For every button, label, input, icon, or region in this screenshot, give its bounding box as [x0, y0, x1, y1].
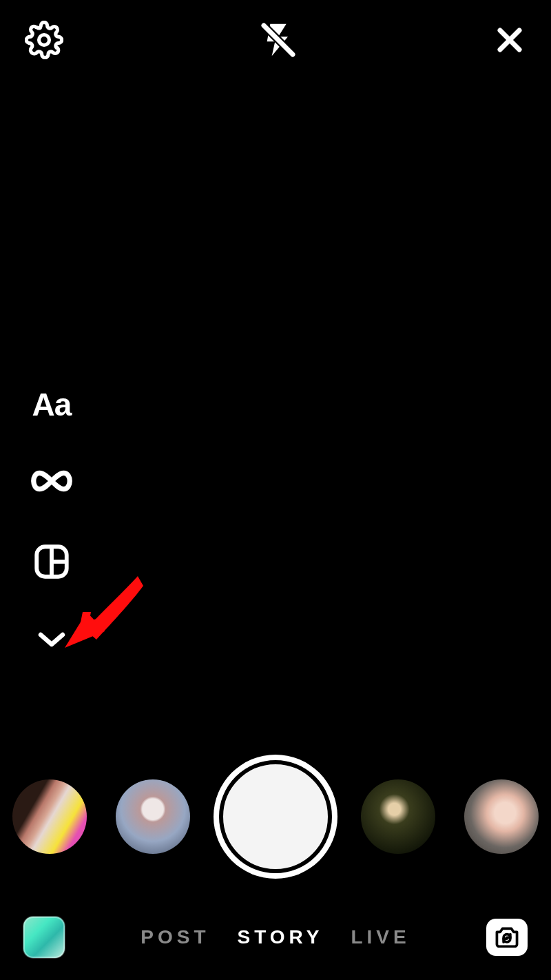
tab-story[interactable]: STORY [238, 926, 324, 948]
boomerang-tool-button[interactable] [28, 467, 76, 498]
shutter-button[interactable] [219, 760, 332, 873]
close-button[interactable] [493, 23, 526, 59]
red-arrow-icon [55, 651, 152, 662]
svg-point-0 [39, 35, 50, 45]
camera-screen: Aa [0, 0, 551, 980]
gallery-button[interactable] [23, 917, 65, 958]
filter-thumb-1[interactable] [12, 779, 87, 854]
bottom-bar: POST STORY LIVE [0, 910, 551, 965]
top-bar [0, 0, 551, 83]
close-icon [493, 23, 526, 59]
filter-thumb-3[interactable] [361, 779, 435, 854]
infinity-icon [28, 467, 76, 498]
camera-switch-icon [493, 924, 521, 950]
tab-live[interactable]: LIVE [351, 926, 410, 948]
mode-tabs: POST STORY LIVE [141, 926, 410, 948]
text-tool-button[interactable]: Aa [28, 386, 76, 423]
layout-grid-icon [32, 542, 72, 584]
filter-carousel[interactable] [0, 755, 551, 879]
settings-button[interactable] [25, 21, 63, 62]
filter-thumb-2[interactable] [116, 779, 190, 854]
chevron-down-icon [35, 629, 68, 652]
switch-camera-button[interactable] [486, 919, 528, 956]
flash-toggle-button[interactable] [259, 21, 298, 62]
layout-tool-button[interactable] [28, 542, 76, 584]
text-tool-icon: Aa [32, 386, 72, 423]
flash-off-icon [259, 21, 298, 62]
filter-thumb-4[interactable] [464, 779, 539, 854]
tool-rail: Aa [28, 386, 76, 652]
settings-gear-icon [25, 21, 63, 62]
tab-post[interactable]: POST [141, 926, 209, 948]
expand-tools-button[interactable] [28, 629, 76, 652]
